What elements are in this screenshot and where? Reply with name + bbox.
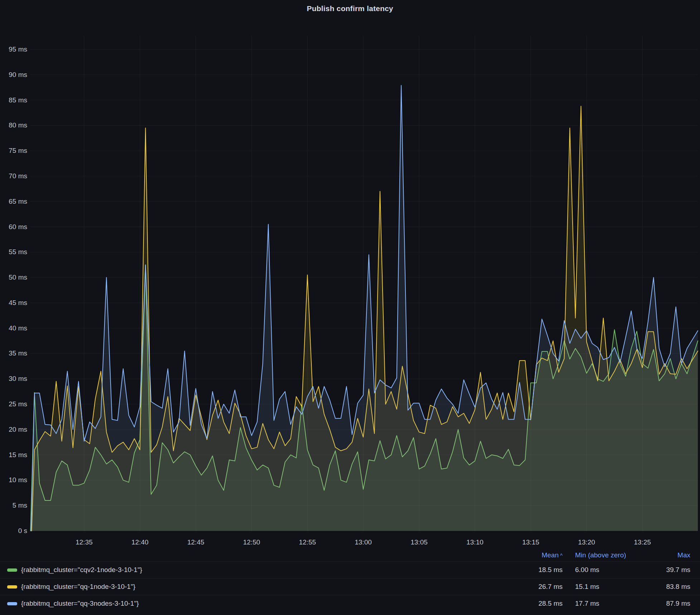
x-tick-label: 12:45 [187,538,204,546]
mean-value: 18.5 ms [530,566,563,574]
series-area-qq-3nodes-3-10-1 [31,86,698,531]
min-value: 6.00 ms [575,566,641,574]
legend-row-cqv2-1node: {rabbitmq_cluster="cqv2-1node-3-10-1"} 1… [0,561,700,578]
legend-table: Mean^ Min (above zero) Max {rabbitmq_clu… [0,549,700,612]
legend-sort-mean[interactable]: Mean^ [530,551,563,559]
y-tick-label: 70 ms [9,172,27,180]
y-tick-label: 5 ms [13,502,27,509]
y-tick-label: 10 ms [9,476,27,484]
y-tick-label: 50 ms [9,273,27,281]
mean-header-label: Mean [541,551,559,559]
y-tick-label: 85 ms [9,96,27,104]
legend-series-toggle[interactable]: {rabbitmq_cluster="qq-1node-3-10-1"} [7,583,530,591]
max-value: 87.9 ms [641,600,690,607]
x-tick-label: 12:40 [131,538,149,546]
legend-row-qq-1node: {rabbitmq_cluster="qq-1node-3-10-1"} 26.… [0,578,700,595]
x-tick-label: 13:05 [410,538,428,546]
x-tick-label: 12:50 [243,538,260,546]
series-color-swatch [7,568,17,572]
y-tick-label: 30 ms [9,375,27,382]
y-tick-label: 55 ms [9,248,27,256]
y-tick-label: 0 s [18,527,27,534]
legend-row-qq-3nodes: {rabbitmq_cluster="qq-3nodes-3-10-1"} 28… [0,595,700,612]
y-tick-label: 65 ms [9,198,27,205]
legend-sort-max[interactable]: Max [641,551,690,559]
y-tick-label: 80 ms [9,121,27,129]
x-tick-label: 13:20 [578,538,595,546]
mean-value: 28.5 ms [530,600,563,607]
y-tick-label: 75 ms [9,147,27,154]
y-tick-label: 95 ms [9,45,27,53]
min-value: 17.7 ms [575,600,641,607]
min-value: 15.1 ms [575,583,641,591]
mean-value: 26.7 ms [530,583,563,591]
max-value: 39.7 ms [641,566,690,574]
x-tick-label: 13:10 [466,538,483,546]
legend-header-row: Mean^ Min (above zero) Max [0,549,700,561]
series-color-swatch [7,602,17,605]
legend-series-toggle[interactable]: {rabbitmq_cluster="cqv2-1node-3-10-1"} [7,566,530,574]
x-tick-label: 13:25 [634,538,651,546]
legend-sort-min[interactable]: Min (above zero) [575,551,641,559]
y-tick-label: 45 ms [9,299,27,306]
y-tick-label: 25 ms [9,400,27,408]
y-tick-label: 20 ms [9,426,27,433]
x-tick-label: 13:15 [522,538,539,546]
panel-title: Publish confirm latency [0,4,700,13]
x-tick-label: 12:55 [299,538,316,546]
y-tick-label: 40 ms [9,324,27,332]
x-tick-label: 13:00 [355,538,372,546]
latency-chart: 0 s5 ms10 ms15 ms20 ms25 ms30 ms35 ms40 … [0,0,700,558]
max-value: 83.8 ms [641,583,690,591]
y-tick-label: 90 ms [9,71,27,78]
x-tick-label: 12:35 [76,538,93,546]
legend-series-toggle[interactable]: {rabbitmq_cluster="qq-3nodes-3-10-1"} [7,600,530,607]
grafana-panel: 0 s5 ms10 ms15 ms20 ms25 ms30 ms35 ms40 … [0,0,700,615]
series-label: {rabbitmq_cluster="cqv2-1node-3-10-1"} [21,566,142,574]
y-tick-label: 15 ms [9,451,27,459]
series-color-swatch [7,585,17,589]
y-tick-label: 35 ms [9,349,27,357]
y-tick-label: 60 ms [9,223,27,231]
series-label: {rabbitmq_cluster="qq-1node-3-10-1"} [21,583,135,591]
series-label: {rabbitmq_cluster="qq-3nodes-3-10-1"} [21,600,139,607]
sort-ascending-icon: ^ [560,552,563,558]
